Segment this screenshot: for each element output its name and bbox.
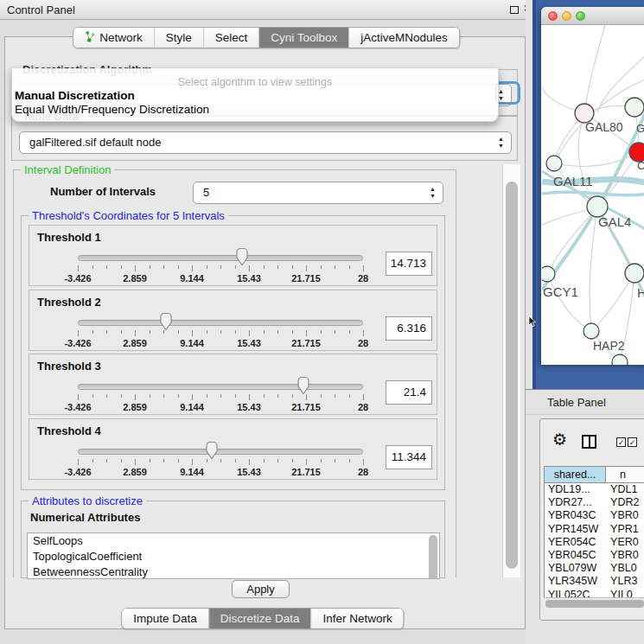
- threshold-label: Threshold 1: [37, 231, 101, 244]
- slider-handle[interactable]: [159, 313, 174, 331]
- tab-impute-data[interactable]: Impute Data: [122, 609, 208, 628]
- scale-label: 2.859: [123, 338, 147, 348]
- table-row[interactable]: YIL052CYIL0: [545, 589, 644, 598]
- tab-style[interactable]: Style: [154, 28, 203, 48]
- scale-label: 9.144: [180, 402, 204, 412]
- tab-cyni-toolbox[interactable]: Cyni Toolbox: [258, 28, 348, 48]
- tick-mark: [163, 265, 164, 269]
- threshold-value-field[interactable]: 11.344: [386, 445, 432, 469]
- tick-mark: [121, 330, 122, 334]
- network-node-gcy1[interactable]: [542, 266, 555, 282]
- close-traffic-light-icon[interactable]: [548, 11, 558, 21]
- dropdown-option-equal-width-frequency[interactable]: Equal Width/Frequency Discretization: [15, 103, 209, 116]
- list-scrollbar-thumb[interactable]: [429, 535, 437, 579]
- slider-track[interactable]: [78, 384, 363, 390]
- scale-label: -3.426: [64, 402, 91, 412]
- threshold-slider[interactable]: -3.4262.8599.14415.4321.71528: [78, 377, 363, 413]
- tab-select[interactable]: Select: [203, 28, 259, 48]
- column-header-name[interactable]: n: [606, 467, 644, 482]
- network-node-ga[interactable]: [625, 98, 644, 117]
- slider-handle[interactable]: [205, 442, 220, 460]
- table-row[interactable]: YBR045CYBR0: [545, 549, 644, 562]
- scale-label: 15.43: [237, 467, 261, 477]
- cell-shared-name: YDR27...: [545, 496, 607, 509]
- tab-jactivemnodules[interactable]: jActiveMNodules: [348, 28, 459, 48]
- minimize-traffic-light-icon[interactable]: [562, 11, 571, 21]
- table-row[interactable]: YDR27...YDR2: [545, 496, 644, 509]
- tab-infer-network[interactable]: Infer Network: [310, 609, 403, 628]
- algorithm-dropdown-popup: Select algorithm to view settings Manual…: [11, 68, 499, 122]
- slider-scale-labels: -3.4262.8599.14415.4321.71528: [78, 467, 363, 477]
- slider-scale-labels: -3.4262.8599.14415.4321.71528: [78, 338, 363, 348]
- slider-track[interactable]: [78, 320, 363, 326]
- tick-mark: [192, 330, 193, 336]
- gear-icon[interactable]: ⚙: [552, 431, 567, 448]
- cell-name: YER0: [607, 536, 644, 549]
- slider-track[interactable]: [78, 255, 363, 261]
- threshold-label: Threshold 4: [37, 424, 101, 437]
- stepper-icon[interactable]: ▲▼: [429, 186, 437, 200]
- table-row[interactable]: YDL19...YDL1: [545, 483, 644, 496]
- tick-mark: [135, 330, 136, 336]
- network-node-h[interactable]: [625, 264, 644, 283]
- tick-mark: [363, 330, 364, 336]
- threshold-value-field[interactable]: 14.713: [386, 252, 432, 276]
- attribute-list-item[interactable]: TopologicalCoefficient: [28, 549, 439, 564]
- network-node-hap2[interactable]: [583, 323, 599, 339]
- threshold-slider[interactable]: -3.4262.8599.14415.4321.71528: [78, 442, 363, 478]
- threshold-value-field[interactable]: 6.316: [386, 316, 432, 341]
- slider-handle[interactable]: [235, 248, 250, 266]
- dropdown-option-manual-discretization[interactable]: Manual Discretization: [15, 89, 135, 102]
- threshold-slider[interactable]: -3.4262.8599.14415.4321.71528: [78, 313, 363, 349]
- table-row[interactable]: YER054CYER0: [545, 536, 644, 549]
- control-panel-titlebar: Control Panel ✖: [0, 0, 538, 20]
- tick-mark: [150, 330, 150, 334]
- threshold-label: Threshold 3: [37, 360, 101, 373]
- tab-discretize-data[interactable]: Discretize Data: [208, 609, 311, 628]
- tick-mark: [321, 265, 322, 269]
- table-hscrollbar-thumb[interactable]: [545, 600, 644, 608]
- attribute-list-item[interactable]: BetweennessCentrality: [28, 564, 439, 579]
- table-panel-window: ⚙ ✓ ✓ shared... n YDL19...YDL1YDR27...YD…: [539, 418, 644, 621]
- table-row[interactable]: YPR145WYPR1: [545, 523, 644, 536]
- table-row[interactable]: YBL079WYBL0: [545, 562, 644, 575]
- node-label: GAL4: [598, 214, 631, 229]
- column-header-shared-name[interactable]: shared...: [545, 467, 606, 482]
- checkbox-icon[interactable]: ✓: [616, 437, 626, 447]
- checkbox-icon[interactable]: ✓: [628, 437, 637, 447]
- network-node[interactable]: [612, 354, 628, 365]
- scale-label: 2.859: [123, 273, 147, 284]
- tick-mark: [277, 394, 278, 398]
- table-hscrollbar-track[interactable]: [544, 597, 644, 609]
- tab-label: Network: [99, 31, 143, 44]
- tick-mark: [321, 394, 322, 398]
- threshold-value-field[interactable]: 21.4: [386, 380, 432, 405]
- threshold-slider[interactable]: -3.4262.8599.14415.4321.71528: [78, 248, 363, 284]
- slider-track[interactable]: [78, 449, 363, 455]
- table-header-row: shared... n: [545, 467, 644, 483]
- main-scrollbar-track[interactable]: [502, 164, 520, 577]
- network-node-gal11[interactable]: [546, 156, 562, 171]
- float-window-icon[interactable]: [510, 6, 519, 14]
- number-of-intervals-combobox[interactable]: 5 ▲▼: [193, 182, 443, 204]
- interval-definition-group: Interval Definition Number of Intervals …: [13, 169, 456, 577]
- table-row[interactable]: YBR043CYBR0: [545, 509, 644, 522]
- split-columns-icon[interactable]: [582, 435, 596, 449]
- number-of-intervals-label: Number of Intervals: [50, 185, 156, 198]
- network-view-window: GAL80GACGAL11GAL4GCY1HHAP2: [541, 7, 644, 365]
- main-scrollbar-thumb[interactable]: [506, 182, 518, 569]
- threshold-label: Threshold 2: [37, 296, 101, 309]
- cell-shared-name: YPR145W: [545, 523, 607, 536]
- stepper-icon[interactable]: ▲▼: [497, 136, 505, 150]
- attribute-list-item[interactable]: SelfLoops: [28, 533, 439, 549]
- table-data-combobox[interactable]: galFiltered.sif default node ▲▼: [19, 131, 512, 154]
- apply-button[interactable]: Apply: [232, 580, 290, 598]
- node-table: shared... n YDL19...YDL1YDR27...YDR2YBR0…: [544, 466, 644, 597]
- network-canvas[interactable]: GAL80GACGAL11GAL4GCY1HHAP2: [542, 25, 644, 365]
- zoom-traffic-light-icon[interactable]: [576, 11, 585, 21]
- slider-handle[interactable]: [296, 377, 310, 395]
- table-row[interactable]: YLR345WYLR3: [545, 575, 644, 588]
- tick-mark: [249, 394, 250, 400]
- numerical-attributes-list[interactable]: SelfLoopsTopologicalCoefficientBetweenne…: [27, 532, 440, 579]
- tab-network[interactable]: Network: [73, 28, 154, 48]
